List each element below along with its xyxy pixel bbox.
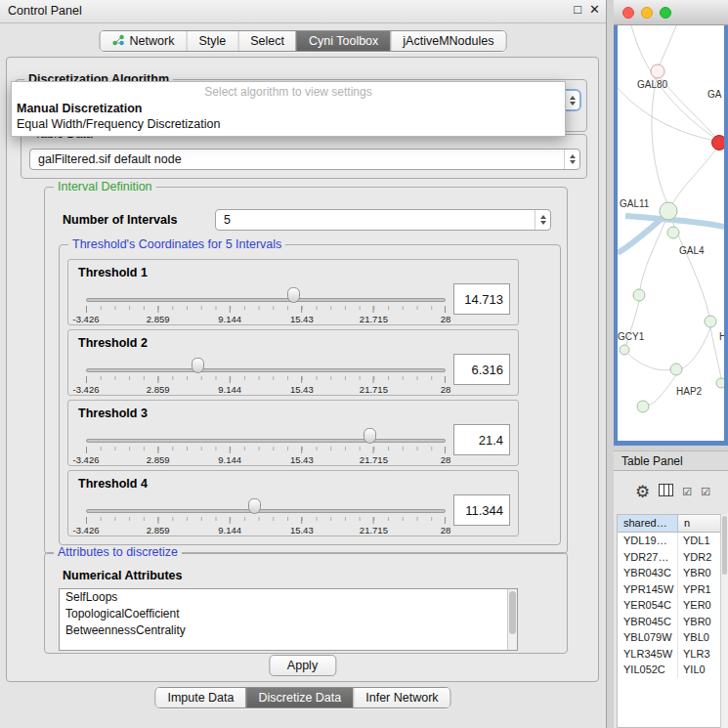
threshold-3-value-field[interactable]: 21.4 (453, 424, 510, 455)
close-icon[interactable]: ✕ (589, 2, 600, 17)
axis-tick-label: 15.43 (290, 525, 314, 535)
tab-cyni-toolbox[interactable]: Cyni Toolbox (296, 31, 390, 51)
combo-stepper-icon[interactable] (535, 210, 550, 230)
threshold-4-slider[interactable]: -3.426 2.859 9.144 15.43 21.715 28 (86, 496, 446, 535)
network-node[interactable] (667, 227, 679, 238)
interval-definition-group: Interval Definition Number of Intervals … (44, 187, 568, 554)
network-edge[interactable] (682, 327, 710, 368)
select-none-checkbox-icon[interactable]: ☑ (701, 487, 710, 497)
table-row[interactable]: YLR345W YLR3 (618, 646, 728, 663)
network-node[interactable] (651, 64, 664, 78)
algorithm-option-equal-width[interactable]: Equal Width/Frequency Discretization (12, 116, 565, 132)
scrollbar-thumb[interactable] (509, 591, 516, 634)
table-row[interactable]: YBR045C YBR0 (618, 614, 728, 630)
table-row[interactable]: YPR145W YPR1 (618, 581, 728, 598)
slider-thumb[interactable] (364, 428, 376, 444)
network-node[interactable] (637, 401, 649, 412)
tab-impute-data[interactable]: Impute Data (155, 688, 245, 707)
table-row[interactable]: YER054C YER0 (618, 597, 728, 614)
list-item[interactable]: TopologicalCoefficient (60, 606, 517, 622)
cell-shared-name[interactable]: YBR045C (618, 614, 678, 630)
cell-shared-name[interactable]: YIL052C (618, 662, 678, 678)
cell-shared-name[interactable]: YDL19… (618, 533, 678, 549)
axis-tick-label: 28 (441, 525, 451, 535)
network-edge[interactable] (648, 375, 676, 405)
network-node[interactable] (705, 316, 716, 327)
table-data-combobox-value: galFiltered.sif default node (30, 152, 564, 166)
columns-icon[interactable] (659, 483, 673, 500)
apply-button[interactable]: Apply (269, 655, 336, 676)
zoom-traffic-light-icon[interactable] (660, 7, 671, 19)
node-attribute-table[interactable]: shared… n YDL19… YDL1 YDR27… YDR2 YBR043… (617, 514, 728, 728)
network-edge-thick[interactable] (618, 218, 663, 253)
slider-thumb[interactable] (248, 498, 261, 514)
threshold-2-value-field[interactable]: 6.316 (453, 354, 510, 385)
tab-infer-network[interactable]: Infer Network (353, 688, 450, 707)
list-scrollbar[interactable] (507, 589, 517, 650)
algorithm-option-manual[interactable]: Manual Discretization (12, 101, 565, 116)
network-edge[interactable] (628, 354, 671, 370)
tab-style[interactable]: Style (186, 31, 237, 51)
threshold-3-slider[interactable]: -3.426 2.859 9.144 15.43 21.715 28 (86, 426, 446, 465)
network-node[interactable] (620, 345, 629, 355)
scrollbar-thumb[interactable] (722, 516, 727, 575)
cell-shared-name[interactable]: YER054C (618, 597, 678, 614)
tab-network[interactable]: Network (101, 31, 187, 51)
threshold-1-slider[interactable]: -3.426 2.859 9.144 15.43 21.715 28 (86, 285, 446, 324)
tab-jactivemnodules[interactable]: jActiveMNodules (390, 31, 505, 51)
network-node-selected[interactable] (712, 136, 725, 150)
network-edge[interactable] (672, 147, 718, 204)
axis-tick-label: -3.426 (73, 525, 100, 535)
select-all-checkbox-icon[interactable]: ☑ (682, 487, 692, 497)
axis-tick-label: 2.859 (147, 314, 170, 324)
numerical-attributes-list[interactable]: SelfLoops TopologicalCoefficient Between… (59, 588, 518, 651)
cell-shared-name[interactable]: YBR043C (618, 565, 678, 581)
threshold-1-value-field[interactable]: 14.713 (453, 283, 510, 315)
gear-icon[interactable]: ⚙ (635, 484, 650, 500)
network-canvas[interactable]: GAL80 GA GAL11 GAL4 GCY1 H HAP2 (618, 25, 724, 441)
table-data-combobox[interactable]: galFiltered.sif default node (29, 149, 580, 170)
axis-tick-label: 9.144 (218, 314, 241, 324)
slider-thumb[interactable] (287, 287, 300, 303)
float-window-icon[interactable]: □ (574, 2, 581, 17)
network-window-titlebar[interactable] (614, 0, 728, 25)
network-node[interactable] (660, 202, 677, 220)
network-edge[interactable] (652, 74, 667, 203)
slider-track[interactable] (86, 368, 446, 372)
network-node[interactable] (633, 289, 645, 301)
network-node[interactable] (716, 378, 724, 388)
combo-stepper-icon[interactable] (564, 91, 579, 109)
slider-thumb[interactable] (192, 358, 204, 373)
combo-stepper-icon[interactable] (564, 150, 579, 169)
network-edge[interactable] (658, 25, 676, 68)
slider-track[interactable] (86, 509, 446, 513)
table-row[interactable]: YBR043C YBR0 (618, 565, 728, 581)
control-panel-titlebar: Control Panel □ ✕ (0, 0, 606, 23)
table-header-row: shared… n (618, 515, 728, 533)
table-row[interactable]: YBL079W YBL0 (618, 629, 728, 646)
network-node[interactable] (670, 364, 682, 375)
list-item[interactable]: SelfLoops (60, 589, 517, 606)
column-header-shared-name[interactable]: shared… (618, 515, 678, 532)
tab-select[interactable]: Select (237, 31, 296, 51)
slider-track[interactable] (86, 439, 446, 443)
minimize-traffic-light-icon[interactable] (641, 7, 653, 19)
control-panel-window: Control Panel □ ✕ Network Style Select C… (0, 0, 607, 728)
threshold-2-slider[interactable]: -3.426 2.859 9.144 15.43 21.715 28 (86, 356, 446, 395)
table-scrollbar[interactable] (720, 514, 728, 728)
list-item[interactable]: BetweennessCentrality (60, 622, 517, 639)
table-row[interactable]: YDL19… YDL1 (618, 533, 728, 549)
cell-shared-name[interactable]: YDR27… (618, 549, 678, 566)
slider-track[interactable] (86, 298, 446, 302)
cell-shared-name[interactable]: YBL079W (618, 629, 678, 646)
threshold-4-value-field[interactable]: 11.344 (453, 494, 510, 526)
network-graph[interactable]: GAL80 GA GAL11 GAL4 GCY1 H HAP2 (618, 25, 724, 441)
number-of-intervals-combobox[interactable]: 5 (215, 209, 551, 231)
table-row[interactable]: YDR27… YDR2 (618, 549, 728, 566)
cell-shared-name[interactable]: YPR145W (618, 581, 678, 598)
cell-shared-name[interactable]: YLR345W (618, 646, 678, 663)
tab-discretize-data[interactable]: Discretize Data (246, 688, 354, 707)
table-row[interactable]: YIL052C YIL0 (618, 662, 728, 678)
close-traffic-light-icon[interactable] (622, 7, 634, 19)
network-edge[interactable] (618, 88, 715, 141)
